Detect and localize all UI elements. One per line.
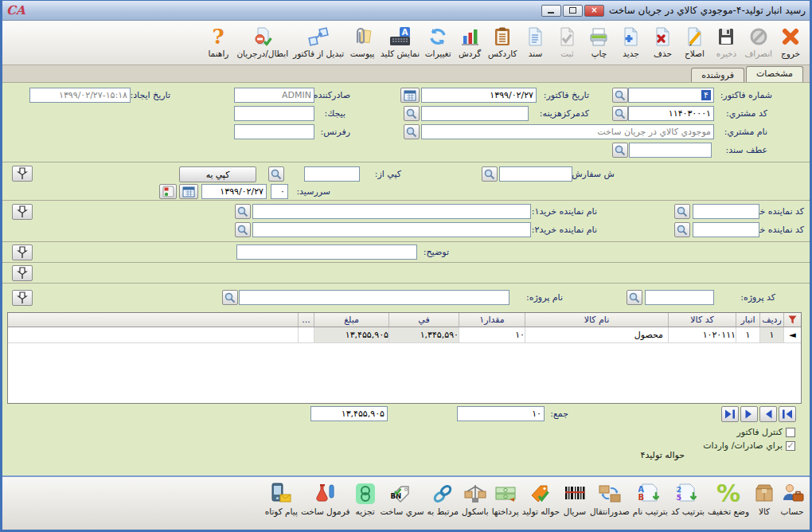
column-warehouse[interactable]: انبار [736,313,759,327]
buyer-rep2-code-input[interactable] [693,222,759,237]
cell-more[interactable] [298,327,314,342]
convert-from-invoice-button[interactable]: تبديل از فاكتور [291,22,346,58]
reference-input[interactable] [234,124,314,139]
due-date-calculator-button[interactable] [159,184,177,199]
column-item-code[interactable]: كد كالا [668,313,736,327]
last-record-button[interactable] [721,406,739,422]
invoice-date-input[interactable]: ۱۳۹۹/۰۲/۲۷ [421,88,537,103]
export-import-checkbox[interactable]: ✓ [786,441,795,451]
sms-button[interactable]: پيام كوتاه [264,479,299,516]
copy-from-input[interactable] [304,166,360,182]
sort-by-code-button[interactable]: 3245 بترتيب كد [670,479,706,516]
account-button[interactable]: حساب [778,479,806,516]
invoice-control-checkbox[interactable] [786,428,795,437]
cell-unit-price[interactable]: ۱,۳۴۵,۵۹۰ [388,327,459,342]
order-number-input[interactable] [499,166,572,182]
project-name-search-button[interactable] [222,290,238,305]
kardex-button[interactable]: كاردكس [486,22,519,58]
filter-icon[interactable] [783,313,801,327]
decompose-button[interactable]: تجزيه [352,479,379,516]
help-button[interactable]: ? راهنما [202,22,234,58]
formula-button[interactable]: فرمول ساخت [299,479,352,516]
buyer-rep2-code-search-button[interactable] [674,222,690,237]
due-date-input[interactable]: ۱۳۹۹/۰۲/۲۷ [201,184,267,199]
invoice-number-input[interactable]: ۴ [628,88,714,103]
table-row[interactable]: ◄ ۱ ۱ ۱۰۲۰۱۱۱ محصول ۱۰ ۱,۳۴۵,۵۹۰ ۱۳,۴۵۵,… [8,327,801,343]
due-date-calendar-button[interactable] [179,184,198,199]
production-remittance-button[interactable]: حواله توليد [521,479,561,516]
voucher-button[interactable]: سند [519,22,551,58]
buyer-rep1-code-search-button[interactable] [674,204,690,219]
edit-button[interactable]: اصلاح [678,22,710,58]
previous-record-button[interactable] [759,406,777,422]
cost-center-input[interactable] [421,106,529,121]
close-button[interactable]: × [584,5,604,17]
pin-button[interactable] [12,290,33,306]
maximize-button[interactable] [563,5,583,17]
column-more[interactable]: ... [298,313,314,327]
cost-center-search-button[interactable] [404,106,420,121]
buyer-rep1-code-input[interactable] [693,204,759,219]
doc-reference-input[interactable] [629,143,712,158]
column-qty[interactable]: مقدار۱ [459,313,525,327]
related-to-button[interactable]: مرتبط به [426,479,460,516]
description-input[interactable] [236,244,417,260]
buyer-rep1-name-search-button[interactable] [235,204,251,219]
customer-code-search-button[interactable] [612,106,628,121]
pin-button[interactable] [12,204,33,220]
exit-button[interactable]: خروج [775,22,806,58]
show-keys-button[interactable]: A نمايش كليد [378,22,422,58]
first-record-button[interactable] [779,406,796,422]
delete-button[interactable]: حذف [646,22,678,58]
void-inprogress-button[interactable]: ابطال/درجريان [234,22,291,58]
invoice-date-calendar-button[interactable] [400,88,420,103]
tab-specifications[interactable]: مشخصات [746,66,803,82]
pin-button[interactable] [12,244,33,260]
pin-button[interactable] [12,166,33,182]
new-button[interactable]: جديد [615,22,646,58]
project-code-input[interactable] [645,290,714,305]
invoice-control-checkbox-row[interactable]: كنترل فاكتور [736,427,795,437]
export-import-checkbox-row[interactable]: ✓ براي صادرات/ واردات [703,440,795,451]
next-record-button[interactable] [740,406,758,422]
project-name-input[interactable] [239,290,509,305]
changes-button[interactable]: تغييرات [422,22,454,58]
customer-code-input[interactable]: ۱۱۴۰۳۰۰۰۱ [628,106,714,121]
minimize-button[interactable] [541,5,561,17]
buyer-rep2-name-search-button[interactable] [235,222,251,237]
project-code-search-button[interactable] [627,290,642,305]
doc-reference-search-button[interactable] [612,143,628,158]
cell-item-name[interactable]: محصول [525,327,668,342]
pin-button[interactable] [12,265,33,281]
attachment-button[interactable]: پيوست [346,22,378,58]
payments-button[interactable]: پرداختها [490,479,521,516]
invoice-number-search-button[interactable] [612,88,628,103]
tab-vendor[interactable]: فروشنده [691,68,744,82]
copy-to-button[interactable]: كپي به [179,166,256,182]
serial-button[interactable]: سريال [561,479,588,516]
column-row[interactable]: رديف [759,313,783,327]
weighbridge-button[interactable]: باسكول [460,479,490,516]
buyer-rep1-name-input[interactable] [252,204,531,219]
turnover-button[interactable]: گردش [454,22,486,58]
cell-row[interactable]: ۱ [759,327,783,342]
cell-qty[interactable]: ۱۰ [459,327,525,342]
due-date-offset-input[interactable]: ۰ [271,184,288,199]
column-amount[interactable]: مبلغ [314,313,388,327]
column-item-name[interactable]: نام كالا [525,313,668,327]
customer-name-search-button[interactable] [404,124,420,139]
bijak-input[interactable] [234,106,314,121]
batch-button[interactable]: BN سري ساخت [379,479,426,516]
discount-status-button[interactable]: % وضع تخفيف [706,479,751,516]
customer-name-input[interactable]: موجودي كالاي در جريان ساخت [421,124,714,139]
column-unit-price[interactable]: في [388,313,459,327]
print-button[interactable]: چاپ [583,22,615,58]
goods-button[interactable]: كالا [751,479,778,516]
copy-from-search-button[interactable] [268,166,284,182]
buyer-rep2-name-input[interactable] [252,222,531,237]
cell-item-code[interactable]: ۱۰۲۰۱۱۱ [668,327,736,342]
transfer-issue-button[interactable]: صدورانتقال [588,479,631,516]
cell-warehouse[interactable]: ۱ [736,327,759,342]
sort-by-name-button[interactable]: AB بترتيب نام [631,479,670,516]
cell-amount[interactable]: ۱۳,۴۵۵,۹۰۵ [314,327,388,342]
